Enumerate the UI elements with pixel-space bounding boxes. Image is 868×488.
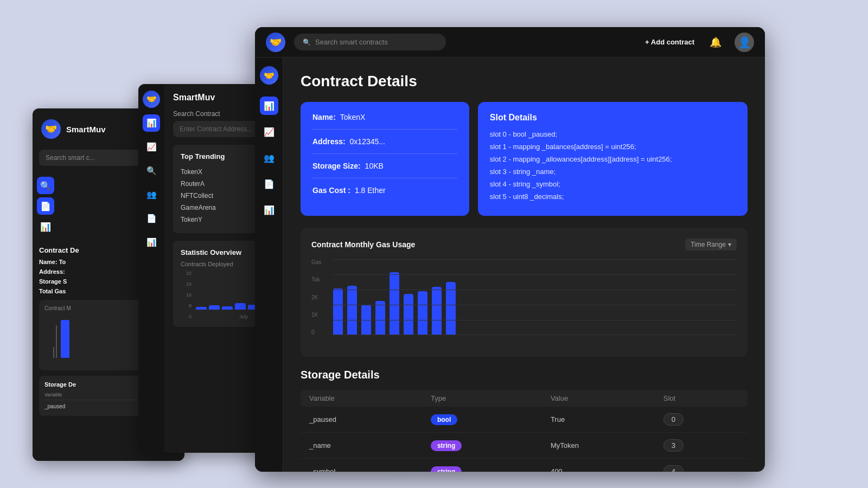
storage-section: Storage Details Variable Type Value Slot… [301,369,748,472]
gas-label: Gas Cost : [312,186,350,195]
mini-bar-3 [222,306,233,310]
row3-type: string [422,459,542,472]
nav-users-2[interactable]: 👥 [143,186,160,203]
grid-line-3 [333,305,737,305]
info-name-row: Name: TokenX [312,113,457,130]
bar-group-8 [432,287,442,335]
table-row: _symbol string 400 4 [301,459,748,472]
table-row: _paused bool True 0 [301,407,748,433]
notification-bell[interactable]: 🔔 [710,36,722,48]
chart-area: Gas Tok 2K 1K 0 [311,259,737,346]
grid-line-top [333,259,737,260]
main-app-logo: 🤝 [266,33,285,52]
row2-type: string [422,433,542,459]
nav-analytics-1[interactable]: 📈 [260,123,278,141]
nav-search-3: 🔍 [37,177,54,194]
name-value: TokenX [340,113,366,121]
app-title-3: SmartMuv [66,125,106,134]
bar-group-2 [347,286,357,335]
bar-7 [418,291,427,335]
chart-y-labels: Gas Tok 2K 1K 0 [311,259,329,335]
name-label: Name: [312,113,336,121]
grid-line-4 [333,320,737,320]
time-range-dropdown[interactable]: Time Range ▾ [685,239,737,251]
row2-variable: _name [301,433,422,459]
grid-line-2 [333,290,737,290]
nav-dashboard-2[interactable]: 📊 [143,114,160,132]
row3-variable: _symbol [301,459,422,472]
table-row: _name string MyToken 3 [301,433,748,459]
slot-2: slot 2 - mapping _allowances[address][ad… [490,155,736,163]
col-variable: Variable [301,390,422,407]
nav-contracts-1[interactable]: 📄 [260,175,278,193]
row1-slot: 0 [655,407,748,433]
storage-label: Storage Size: [312,162,361,170]
slot-1: slot 1 - mapping _balances[address] = ui… [490,143,736,151]
nav-logo-1: 🤝 [260,66,278,85]
nav-contracts-2[interactable]: 📄 [143,210,160,227]
chart-title: Contract Monthly Gas Usage [311,240,415,249]
contract-info-card: Name: TokenX Address: 0x12345... Storage… [301,102,469,216]
bar-1 [333,288,343,335]
col-value: Value [542,390,655,407]
row1-type: bool [422,407,542,433]
chevron-down-icon: ▾ [728,241,731,248]
mini-bar-2 [209,305,220,310]
col-type: Type [422,390,542,407]
mini-bar-1 [196,307,207,310]
sidebar2: 🤝 📊 📈 🔍 👥 📄 📊 [138,84,164,453]
main-content: Contract Details Name: TokenX Address: 0… [283,57,765,472]
row2-slot: 3 [655,433,748,459]
slot-4: slot 4 - string _symbol; [490,180,736,188]
page-title: Contract Details [301,73,748,90]
main-search-placeholder: Search smart contracts [315,38,388,46]
address-value: 0x12345... [350,137,385,146]
nav-logo-2: 🤝 [143,91,160,108]
bar-2 [347,286,357,335]
bar-group-5 [390,272,399,335]
bar-4 [375,301,385,335]
bar-8 [432,287,442,335]
nav-contracts-3: 📄 [37,197,54,215]
window-main: 🤝 🔍 Search smart contracts + Add contrac… [255,27,765,472]
nav-dashboard-1[interactable]: 📊 [260,97,278,115]
add-contract-button[interactable]: + Add contract [645,38,694,46]
nav-stats-2[interactable]: 📊 [143,234,160,251]
slot-3: slot 3 - string _name; [490,168,736,176]
bar-5 [390,272,399,335]
nav-stats-3: 📊 [37,218,54,235]
col-slot: Slot [655,390,748,407]
main-sidebar: 🤝 📊 📈 👥 📄 📊 [255,57,283,472]
user-avatar[interactable]: 👤 [735,33,754,52]
row1-value: True [542,407,655,433]
bar-group-1 [333,288,343,335]
nav-stats-1[interactable]: 📊 [260,201,278,219]
chart-bars [333,259,737,335]
slot-details-card: Slot Details slot 0 - bool _paused; slot… [478,102,748,216]
slot-0: slot 0 - bool _paused; [490,130,736,138]
bar-group-4 [375,301,385,335]
storage-value: 10KB [365,162,384,170]
info-gas-row: Gas Cost : 1.8 Ether [312,186,457,195]
nav-users-1[interactable]: 👥 [260,149,278,167]
gas-value: 1.8 Ether [355,186,386,195]
bar-group-6 [404,294,413,335]
grid-line-1 [333,274,737,275]
bar-group-7 [418,291,427,335]
bar-6 [404,294,413,335]
mini-bar-4 [235,303,246,310]
storage-table: Variable Type Value Slot _paused bool Tr… [301,390,748,472]
row3-value: 400 [542,459,655,472]
info-address-row: Address: 0x12345... [312,137,457,154]
storage-section-title: Storage Details [301,369,748,381]
main-search-bar[interactable]: 🔍 Search smart contracts [294,34,446,50]
gas-chart-card: Contract Monthly Gas Usage Time Range ▾ … [301,228,748,357]
address-label: Address: [312,137,346,146]
row2-value: MyToken [542,433,655,459]
app-logo-3: 🤝 [41,119,61,139]
chart-header: Contract Monthly Gas Usage Time Range ▾ [311,239,737,251]
nav-analytics-2[interactable]: 📈 [143,138,160,156]
nav-search-2[interactable]: 🔍 [143,162,160,179]
slot-5: slot 5 - uint8 _decimals; [490,192,736,201]
main-header: 🤝 🔍 Search smart contracts + Add contrac… [255,27,765,57]
